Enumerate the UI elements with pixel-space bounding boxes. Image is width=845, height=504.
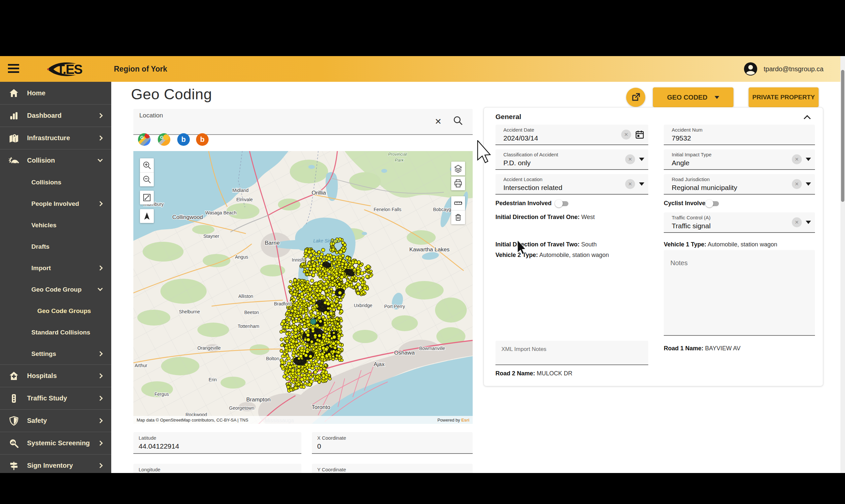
sidebar-item-label: Systemic Screening — [27, 439, 90, 447]
chevron-right-icon — [98, 441, 103, 446]
signs-icon — [8, 461, 19, 471]
road-jurisdiction-field[interactable]: Road Jurisdiction Regional municipality … — [664, 174, 815, 195]
sidebar-item-drafts[interactable]: Drafts — [0, 236, 111, 257]
initial-impact-field[interactable]: Initial Impact Type Angle ✕ — [664, 149, 815, 170]
letterbox-bottom — [0, 473, 845, 504]
page-scrollbar-track[interactable] — [840, 56, 845, 473]
clear-icon[interactable]: ✕ — [792, 179, 802, 189]
collapse-panel-icon[interactable] — [804, 115, 811, 122]
trash-button[interactable] — [451, 211, 465, 224]
x-coordinate-field[interactable]: X Coordinate0 — [312, 432, 473, 454]
cyclist-involved-toggle[interactable] — [706, 201, 719, 206]
accident-date-field[interactable]: Accident Date 2024/03/14 ✕ — [495, 125, 648, 145]
sidebar-item-home[interactable]: Home — [0, 82, 111, 104]
sidebar-item-collision[interactable]: Collision — [0, 149, 111, 172]
sidebar-item-traffic-study[interactable]: Traffic Study — [0, 387, 111, 409]
map-label: Fenelon Falls — [374, 207, 401, 212]
dashboard-icon — [8, 110, 19, 121]
sidebar-item-people-involved[interactable]: People Involved — [0, 193, 111, 214]
sidebar-nav: HomeDashboardInfrastructureCollisionColl… — [0, 82, 111, 473]
sidebar-item-geo-code-group[interactable]: Geo Code Group — [0, 279, 111, 300]
google-maps-link-icon[interactable] — [138, 133, 151, 146]
map-label: Georgetown — [229, 406, 254, 411]
sidebar-item-import[interactable]: Import — [0, 257, 111, 279]
sidebar-item-safety[interactable]: Safety — [0, 409, 111, 432]
clear-icon[interactable]: ✕ — [621, 130, 631, 140]
geo-coded-status-button[interactable]: GEO CODED — [653, 87, 734, 107]
sidebar-item-sign-inventory[interactable]: Sign Inventory — [0, 454, 111, 473]
sidebar-item-infrastructure[interactable]: Infrastructure — [0, 127, 111, 149]
chevron-right-icon — [98, 463, 103, 468]
dropdown-caret-icon[interactable] — [806, 221, 811, 224]
bing-maps-link-icon[interactable]: b — [177, 133, 190, 146]
sidebar-item-label: Home — [27, 89, 111, 97]
sidebar-item-settings[interactable]: Settings — [0, 343, 111, 364]
dropdown-caret-icon[interactable] — [639, 182, 644, 186]
clear-icon[interactable]: ✕ — [625, 179, 635, 189]
notes-textarea[interactable] — [664, 250, 815, 336]
classification-field[interactable]: Classification of Accident P.D. only ✕ — [495, 149, 648, 170]
dropdown-caret-icon[interactable] — [806, 182, 811, 186]
select-area-button[interactable] — [140, 191, 154, 204]
user-chip[interactable]: tpardo@tnsgroup.ca — [744, 56, 824, 82]
accident-location-field[interactable]: Accident Location Intersection related ✕ — [495, 174, 648, 195]
field-label: Latitude — [139, 435, 156, 441]
page-scrollbar-thumb[interactable] — [841, 70, 844, 202]
y-coordinate-field[interactable]: Y Coordinate — [312, 464, 473, 473]
open-in-new-button[interactable] — [626, 88, 645, 107]
compass-button[interactable] — [140, 209, 154, 223]
sidebar-item-collisions[interactable]: Collisions — [0, 172, 111, 193]
search-clear-icon[interactable]: ✕ — [435, 117, 442, 126]
map-label: Beeton — [244, 310, 259, 315]
clear-icon[interactable]: ✕ — [792, 155, 802, 164]
calendar-icon[interactable] — [635, 130, 644, 139]
map-label: Lake Simcoe — [313, 238, 340, 244]
zoom-out-button[interactable] — [140, 173, 154, 186]
print-button[interactable] — [451, 177, 465, 190]
xml-import-notes-textarea[interactable] — [495, 341, 648, 365]
accident-num-field[interactable]: Accident Num 79532 — [664, 125, 815, 145]
chevron-right-icon — [98, 136, 103, 141]
chevron-down-icon — [715, 96, 719, 99]
dropdown-caret-icon[interactable] — [806, 158, 811, 161]
travel-two-line: Initial Direction of Travel Two: South — [495, 241, 597, 248]
menu-hamburger-icon[interactable] — [8, 64, 20, 74]
location-search-label: Location — [139, 112, 163, 119]
selected-collision-point[interactable] — [311, 319, 316, 325]
layers-button[interactable] — [451, 162, 465, 176]
sidebar-item-standard-collisions[interactable]: Standard Collisions — [0, 322, 111, 343]
field-value: Regional municipality — [672, 184, 737, 192]
letterbox-top — [0, 0, 845, 56]
private-property-button[interactable]: PRIVATE PROPERTY — [749, 87, 818, 107]
sidebar-item-label: Geo Code Groups — [37, 307, 111, 315]
map-label: Midland — [232, 188, 249, 193]
sidebar-item-hospitals[interactable]: Hospitals — [0, 364, 111, 387]
sidebar-item-dashboard[interactable]: Dashboard — [0, 104, 111, 127]
zoom-in-button[interactable] — [140, 158, 154, 172]
sidebar-item-vehicles[interactable]: Vehicles — [0, 214, 111, 236]
sidebar-item-geo-code-groups[interactable]: Geo Code Groups — [0, 300, 111, 322]
map-label: Alliston — [238, 293, 253, 299]
pedestrian-involved-toggle[interactable] — [556, 201, 568, 206]
longitude-field[interactable]: Longitude — [133, 464, 301, 473]
zoom-control-group — [140, 158, 154, 186]
clear-icon[interactable]: ✕ — [625, 155, 635, 164]
traffic-control-field[interactable]: Traffic Control (A) Traffic signal ✕ — [664, 212, 815, 233]
map-label: Port Perry — [384, 304, 405, 309]
bing-aerial-link-icon[interactable]: b — [196, 133, 209, 146]
sidebar-item-label: People Involved — [31, 200, 99, 208]
google-streetview-link-icon[interactable] — [158, 133, 170, 146]
dropdown-caret-icon[interactable] — [639, 158, 644, 161]
search-icon[interactable] — [453, 115, 463, 127]
safety-icon — [8, 416, 19, 426]
location-search-input[interactable] — [139, 120, 429, 132]
map-attribution: Map data © OpenStreetMap contributors, C… — [133, 416, 473, 424]
geo-coded-label: GEO CODED — [667, 94, 707, 101]
sidebar-item-label: Import — [31, 265, 99, 272]
latitude-field[interactable]: Latitude44.04122914 — [133, 432, 301, 454]
map-canvas[interactable]: ProvincialParkMidlandOrilliaElmvaleFenel… — [133, 151, 473, 424]
sidebar-item-systemic-screening[interactable]: Systemic Screening — [0, 432, 111, 454]
map-label: Orangeville — [197, 345, 221, 350]
measure-button[interactable] — [451, 196, 465, 210]
clear-icon[interactable]: ✕ — [792, 217, 802, 227]
